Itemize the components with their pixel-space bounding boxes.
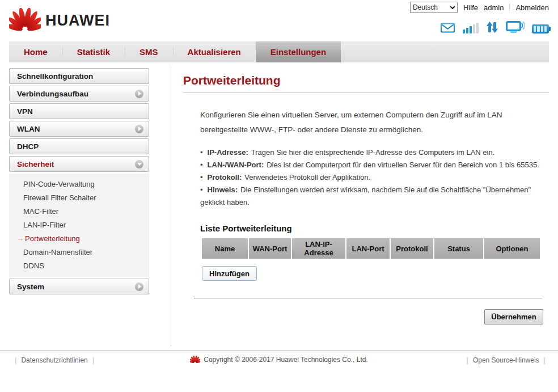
nav-statistik[interactable]: Statistik [62, 41, 125, 62]
battery-icon [532, 24, 549, 33]
open-source-links: | Open Source-Hinweis | [462, 356, 551, 364]
list-title: Liste Portweiterleitung [200, 224, 549, 233]
title-rule [183, 92, 549, 93]
mail-icon[interactable] [440, 22, 455, 33]
submenu-mac-filter[interactable]: MAC-Filter [9, 204, 149, 218]
col-protokoll: Protokoll [390, 238, 434, 259]
main-nav: Home Statistik SMS Aktualisieren Einstel… [9, 41, 549, 62]
add-button[interactable]: Hinzufügen [202, 266, 257, 281]
content-area: Schnellkonfiguration Verbindungsaufbau V… [0, 62, 558, 350]
open-source-link[interactable]: Open Source-Hinweis [473, 356, 539, 364]
help-link[interactable]: Hilfe [463, 3, 478, 12]
huawei-flower-small-icon [190, 356, 200, 364]
sidebar-item-vpn[interactable]: VPN [9, 103, 149, 119]
sidebar: Schnellkonfiguration Verbindungsaufbau V… [9, 62, 149, 350]
col-name: Name [202, 238, 248, 259]
page-header: HUAWEI Deutsch Hilfe admin Abmelden [0, 0, 558, 41]
apply-button[interactable]: Übernehmen [484, 309, 543, 324]
submenu-firewall-filter-schalter[interactable]: Firewall Filter Schalter [9, 191, 149, 204]
col-wan-port: WAN-Port [248, 238, 291, 259]
chevron-right-icon [135, 125, 143, 133]
sidebar-item-schnellkonfiguration[interactable]: Schnellkonfiguration [9, 68, 149, 84]
col-optionen: Optionen [484, 238, 540, 259]
submenu-pin-code-verwaltung[interactable]: PIN-Code-Verwaltung [9, 177, 149, 191]
submenu-lan-ip-filter[interactable]: LAN-IP-Filter [9, 218, 149, 231]
col-status: Status [434, 238, 484, 259]
updown-arrows-icon [486, 21, 498, 33]
nav-aktualisieren[interactable]: Aktualisieren [173, 41, 256, 62]
brand-text: HUAWEI [45, 12, 110, 29]
chevron-down-icon [135, 160, 143, 168]
page-title: Portweiterleitung [183, 74, 549, 87]
submenu-portweiterleitung[interactable]: → Portweiterleitung [9, 231, 149, 245]
sidebar-item-dhcp[interactable]: DHCP [9, 138, 149, 154]
user-link[interactable]: admin [484, 3, 504, 12]
nav-einstellungen[interactable]: Einstellungen [256, 41, 341, 62]
bullet-lan-wan-port: LAN-/WAN-Port:Dies ist der Computerport … [200, 159, 546, 171]
language-select[interactable]: Deutsch [410, 2, 458, 13]
active-arrow-icon: → [16, 234, 24, 243]
sidebar-item-sicherheit[interactable]: Sicherheit [9, 156, 149, 172]
sicherheit-submenu: PIN-Code-Verwaltung Firewall Filter Scha… [9, 174, 149, 277]
port-forwarding-table: Name WAN-Port LAN-IP-Adresse LAN-Port Pr… [202, 238, 540, 259]
col-lan-port: LAN-Port [346, 238, 390, 259]
copyright-text: Copyright © 2006-2017 Huawei Technologie… [204, 356, 367, 364]
submenu-domain-namensfilter[interactable]: Domain-Namensfilter [9, 245, 149, 259]
wifi-monitor-icon [506, 21, 525, 33]
section-rule [194, 298, 542, 298]
chevron-right-icon [135, 90, 143, 98]
logout-link[interactable]: Abmelden [515, 3, 549, 12]
top-links: Deutsch Hilfe admin Abmelden [410, 2, 549, 13]
main-panel: Portweiterleitung Konfigurieren Sie eine… [171, 62, 558, 350]
nav-home[interactable]: Home [9, 41, 62, 62]
page-footer: | Datenschutzrichtlinien | Copyright © 2… [0, 350, 558, 391]
bullet-ip-adresse: IP-Adresse:Tragen Sie hier die entsprech… [200, 146, 546, 159]
bullet-hinweis: Hinweis:Die Einstellungen werden erst wi… [200, 184, 546, 209]
nav-sms[interactable]: SMS [125, 41, 173, 62]
intro-text: Konfigurieren Sie einen virtuellen Serve… [200, 108, 540, 137]
table-header-row: Name WAN-Port LAN-IP-Adresse LAN-Port Pr… [202, 238, 540, 259]
link-separator [509, 4, 510, 11]
sidebar-item-system[interactable]: System [9, 279, 149, 294]
bullet-protokoll: Protokoll:Verwendetes Protokoll der Appl… [200, 171, 546, 184]
status-icons [440, 19, 549, 33]
sidebar-item-verbindungsaufbau[interactable]: Verbindungsaufbau [9, 86, 149, 102]
signal-icon [463, 22, 479, 33]
huawei-logo: HUAWEI [9, 8, 110, 33]
sidebar-item-wlan[interactable]: WLAN [9, 121, 149, 137]
help-bullets: IP-Adresse:Tragen Sie hier die entsprech… [200, 146, 546, 209]
huawei-flower-icon [9, 8, 41, 33]
submenu-ddns[interactable]: DDNS [9, 259, 149, 272]
chevron-right-icon [135, 283, 143, 291]
col-lan-ip-adresse: LAN-IP-Adresse [291, 238, 346, 259]
